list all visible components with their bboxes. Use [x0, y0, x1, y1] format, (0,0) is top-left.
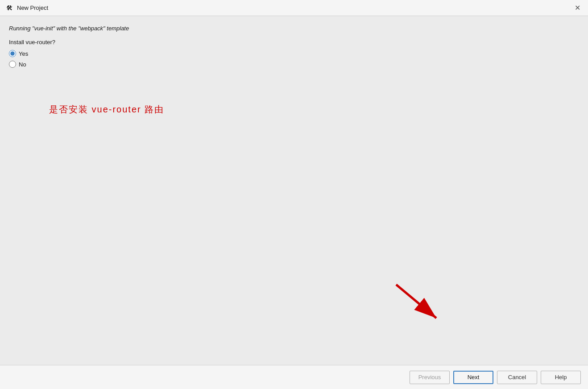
- footer: Previous Next Cancel Help: [0, 365, 588, 389]
- next-button[interactable]: Next: [453, 371, 493, 384]
- arrow-svg: [392, 280, 445, 325]
- radio-no-label: No: [19, 61, 26, 68]
- radio-no[interactable]: No: [9, 61, 579, 68]
- cancel-button[interactable]: Cancel: [497, 371, 537, 384]
- radio-yes[interactable]: Yes: [9, 50, 579, 57]
- arrow-indicator: [392, 280, 445, 325]
- title-bar: 🛠 New Project ✕: [0, 0, 588, 16]
- subtitle: Running "vue-init" with the "webpack" te…: [9, 25, 579, 32]
- window-title: New Project: [17, 4, 48, 11]
- previous-button[interactable]: Previous: [410, 371, 450, 384]
- main-content: Running "vue-init" with the "webpack" te…: [0, 16, 588, 365]
- annotation-text: 是否安装 vue-router 路由: [49, 103, 579, 116]
- radio-no-input[interactable]: [9, 61, 16, 68]
- question-label: Install vue-router?: [9, 39, 579, 46]
- help-button[interactable]: Help: [541, 371, 581, 384]
- radio-yes-input[interactable]: [9, 50, 16, 57]
- radio-group: Yes No: [9, 50, 579, 68]
- svg-line-1: [396, 285, 436, 318]
- close-button[interactable]: ✕: [572, 3, 583, 13]
- title-bar-left: 🛠 New Project: [5, 4, 48, 12]
- radio-yes-label: Yes: [19, 50, 28, 57]
- app-icon: 🛠: [5, 4, 13, 12]
